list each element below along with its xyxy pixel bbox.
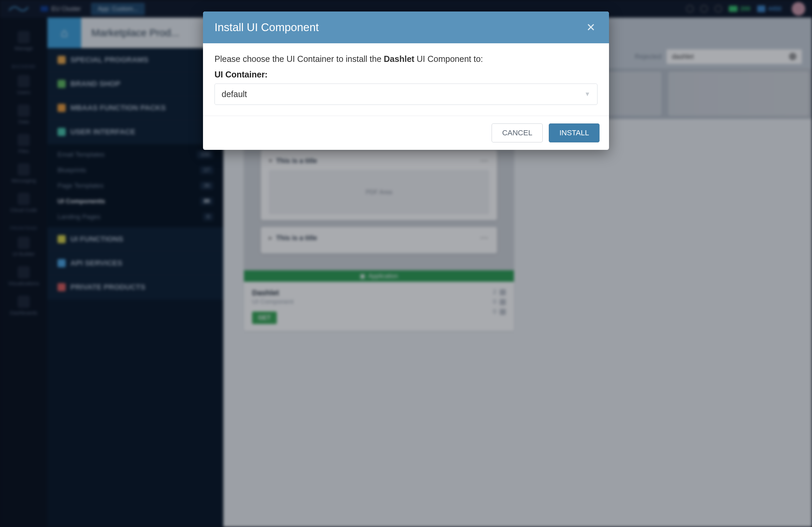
desc-prefix: Please choose the UI Container to instal… [215,54,384,63]
select-value: default [222,89,247,99]
ui-container-label: UI Container: [215,70,597,79]
modal-overlay[interactable]: Install UI Component ✕ Please choose the… [0,0,812,527]
modal-description: Please choose the UI Container to instal… [215,53,597,65]
modal-footer: CANCEL INSTALL [203,116,609,150]
install-component-modal: Install UI Component ✕ Please choose the… [203,12,609,150]
modal-title: Install UI Component [215,21,319,34]
chevron-down-icon: ▼ [584,91,590,98]
ui-container-select[interactable]: default ▼ [215,84,597,105]
install-button[interactable]: INSTALL [549,123,599,142]
modal-header: Install UI Component ✕ [203,12,609,43]
cancel-button[interactable]: CANCEL [492,123,543,142]
modal-close-button[interactable]: ✕ [584,21,597,34]
desc-suffix: UI Component to: [415,54,483,63]
desc-bold: Dashlet [384,54,414,63]
close-icon: ✕ [586,21,595,33]
modal-body: Please choose the UI Container to instal… [203,43,609,116]
